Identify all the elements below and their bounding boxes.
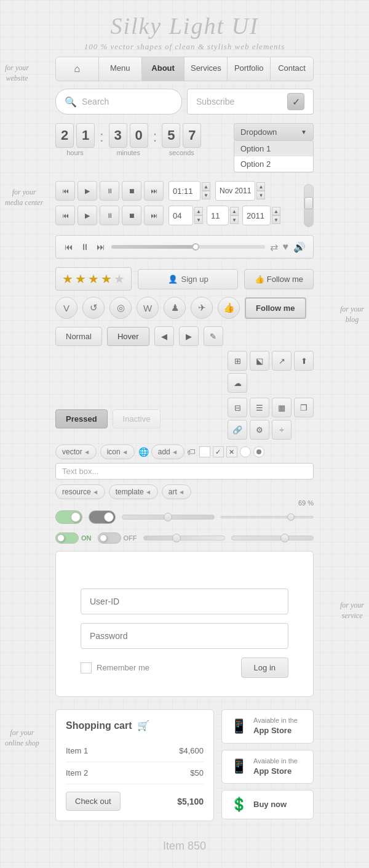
checkbox-empty[interactable] bbox=[199, 446, 210, 457]
search-input[interactable]: Search bbox=[82, 97, 109, 106]
app-store-btn-2[interactable]: 📱 Avaiable in the App Store bbox=[221, 750, 314, 784]
month-input[interactable]: 11 bbox=[207, 206, 229, 225]
icon-grid2-7[interactable]: ÷ bbox=[272, 420, 292, 440]
toggle-1[interactable] bbox=[55, 510, 82, 524]
hover-button[interactable]: Hover bbox=[107, 327, 149, 346]
next-icon-button[interactable]: ▶ bbox=[179, 326, 199, 346]
player-pause[interactable]: ⏸ bbox=[79, 241, 90, 253]
shuffle-icon[interactable]: ⇄ bbox=[270, 241, 278, 253]
radio-checked[interactable] bbox=[253, 446, 264, 457]
spin-down3[interactable]: ▼ bbox=[194, 215, 203, 224]
tag-template[interactable]: template bbox=[109, 484, 158, 499]
userid-input[interactable] bbox=[81, 589, 288, 614]
toggle-on[interactable] bbox=[55, 532, 79, 544]
dropdown-option-2[interactable]: Option 2 bbox=[234, 156, 313, 172]
tag-add[interactable]: add bbox=[151, 444, 184, 459]
star-4[interactable]: ★ bbox=[101, 271, 112, 286]
social-send[interactable]: ✈ bbox=[191, 297, 213, 319]
password-input[interactable] bbox=[81, 623, 288, 649]
icon-grid2-5[interactable]: 🔗 bbox=[228, 420, 247, 440]
grid-btn-5[interactable]: ☁ bbox=[228, 373, 247, 393]
star-2[interactable]: ★ bbox=[75, 271, 86, 286]
spin-up1[interactable]: ▲ bbox=[202, 182, 210, 191]
spin-down1[interactable]: ▼ bbox=[202, 191, 210, 199]
normal-button[interactable]: Normal bbox=[55, 327, 102, 346]
media-next2[interactable]: ⏭ bbox=[144, 206, 164, 225]
tag-icon[interactable]: icon bbox=[100, 444, 135, 459]
follow-button-2[interactable]: Follow me bbox=[245, 297, 306, 319]
media-pause1[interactable]: ⏸ bbox=[100, 181, 119, 201]
icon-grid2-3[interactable]: ▦ bbox=[272, 398, 292, 417]
grid-btn-4[interactable]: ⬆ bbox=[294, 351, 314, 371]
social-refresh[interactable]: ↺ bbox=[82, 297, 105, 319]
tag-art[interactable]: art bbox=[162, 484, 191, 499]
grid-btn-1[interactable]: ⊞ bbox=[228, 351, 247, 371]
spin-down5[interactable]: ▼ bbox=[272, 215, 280, 224]
nav-contact[interactable]: Contact bbox=[271, 57, 313, 81]
tag-resource[interactable]: resource bbox=[55, 484, 105, 499]
checkout-button[interactable]: Check out bbox=[66, 792, 121, 811]
grid-btn-2[interactable]: ⬕ bbox=[250, 351, 269, 371]
time-input1[interactable]: 01:11 bbox=[169, 181, 200, 201]
grid-btn-3[interactable]: ↗ bbox=[272, 351, 292, 371]
player-prev[interactable]: ⏮ bbox=[63, 241, 74, 253]
spin-down4[interactable]: ▼ bbox=[230, 215, 239, 224]
nav-menu[interactable]: Menu bbox=[99, 57, 142, 81]
subscribe-button[interactable]: ✓ bbox=[287, 93, 304, 110]
nav-services[interactable]: Services bbox=[184, 57, 228, 81]
checkbox-circle-empty[interactable] bbox=[240, 446, 251, 457]
icon-grid2-1[interactable]: ⊟ bbox=[228, 398, 247, 417]
remember-checkbox[interactable] bbox=[81, 662, 92, 673]
media-stop2[interactable]: ⏹ bbox=[122, 206, 141, 225]
toggle-off[interactable] bbox=[98, 532, 121, 544]
volume-icon[interactable]: 🔊 bbox=[293, 241, 306, 253]
nav-portfolio[interactable]: Portfolio bbox=[228, 57, 271, 81]
media-stop1[interactable]: ⏹ bbox=[122, 181, 141, 201]
social-wordpress[interactable]: W bbox=[137, 297, 159, 319]
signup-button[interactable]: 👤 Sign up bbox=[138, 269, 238, 289]
subscribe-box[interactable]: Subscribe ✓ bbox=[187, 89, 314, 115]
search-box[interactable]: 🔍 Search bbox=[55, 89, 182, 115]
edit-icon-button[interactable]: ✎ bbox=[204, 326, 223, 346]
player-next[interactable]: ⏭ bbox=[95, 241, 106, 253]
date-input1[interactable]: Nov 2011 bbox=[215, 181, 255, 201]
h-slider-2[interactable] bbox=[143, 536, 226, 540]
social-dribbble[interactable]: ◎ bbox=[109, 297, 132, 319]
login-button[interactable]: Log in bbox=[241, 657, 288, 678]
star-rating[interactable]: ★ ★ ★ ★ ★ bbox=[55, 267, 132, 291]
dropdown-button[interactable]: Dropdown ▼ bbox=[234, 123, 314, 141]
social-share[interactable]: 👍 bbox=[218, 297, 240, 319]
vertical-slider[interactable] bbox=[304, 184, 314, 227]
social-vimeo[interactable]: V bbox=[55, 297, 77, 319]
spin-down2[interactable]: ▼ bbox=[256, 191, 265, 199]
buy-now-btn[interactable]: 💲 Buy now bbox=[221, 790, 314, 819]
media-pause2[interactable]: ⏸ bbox=[100, 206, 119, 225]
spin-up3[interactable]: ▲ bbox=[194, 207, 203, 215]
toggle-2[interactable] bbox=[89, 510, 116, 524]
text-box[interactable]: Text box... bbox=[55, 463, 314, 480]
dropdown-option-1[interactable]: Option 1 bbox=[234, 141, 313, 156]
progress-bar[interactable] bbox=[111, 245, 265, 249]
icon-grid2-4[interactable]: ❐ bbox=[294, 398, 314, 417]
star-1[interactable]: ★ bbox=[62, 271, 73, 286]
h-slider-1[interactable] bbox=[122, 515, 215, 520]
spin-up4[interactable]: ▲ bbox=[230, 207, 239, 215]
checkbox-x[interactable]: ✕ bbox=[226, 446, 237, 457]
thin-slider[interactable] bbox=[221, 516, 314, 518]
media-prev1[interactable]: ⏮ bbox=[55, 181, 75, 201]
media-prev2[interactable]: ⏮ bbox=[55, 206, 75, 225]
star-5[interactable]: ★ bbox=[114, 271, 125, 286]
media-play1[interactable]: ▶ bbox=[77, 181, 97, 201]
pressed-button[interactable]: Pressed bbox=[55, 409, 108, 428]
spin-up5[interactable]: ▲ bbox=[272, 207, 280, 215]
year-input[interactable]: 2011 bbox=[242, 206, 271, 225]
nav-about[interactable]: About bbox=[142, 57, 185, 81]
h-slider-3[interactable] bbox=[231, 536, 314, 540]
checkbox-checked[interactable]: ✓ bbox=[213, 446, 224, 457]
app-store-btn-1[interactable]: 📱 Avaiable in the App Store bbox=[221, 709, 314, 744]
follow-button-1[interactable]: 👍 Follow me bbox=[244, 269, 314, 289]
heart-icon[interactable]: ♥ bbox=[283, 241, 289, 253]
media-next1[interactable]: ⏭ bbox=[144, 181, 164, 201]
media-play2[interactable]: ▶ bbox=[77, 206, 97, 225]
icon-grid2-6[interactable]: ⚙ bbox=[250, 420, 269, 440]
